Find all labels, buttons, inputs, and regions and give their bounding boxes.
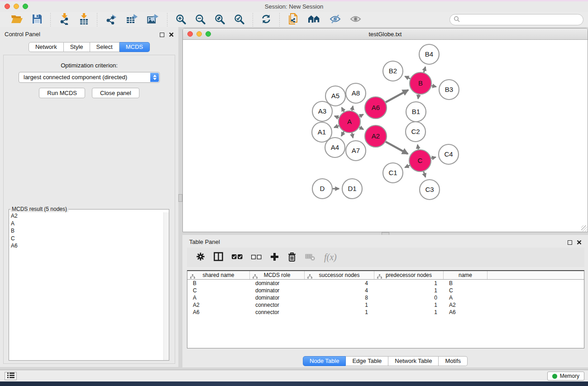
close-panel-button[interactable]: Close panel [92, 88, 139, 98]
float-table-panel-icon[interactable] [568, 240, 572, 245]
graph-node-A6[interactable]: A6 [365, 97, 387, 119]
result-scrollbar[interactable] [163, 212, 169, 360]
criterion-select[interactable]: largest connected component (directed) [19, 72, 160, 83]
graph-edge-A2-C[interactable] [386, 142, 408, 154]
graph-edge-A-A4[interactable] [341, 132, 344, 136]
mcds-result-item[interactable]: A6 [9, 242, 163, 250]
minimize-window-button[interactable] [14, 4, 19, 9]
zoom-selected-button[interactable] [229, 13, 249, 27]
mcds-result-item[interactable]: B [9, 227, 163, 235]
tab-motifs[interactable]: Motifs [439, 356, 468, 366]
zoom-window-button[interactable] [23, 4, 28, 9]
show-column-button[interactable] [214, 252, 223, 263]
close-panel-icon[interactable] [169, 31, 174, 39]
function-builder-button[interactable]: f(x) [324, 252, 337, 263]
column-header-predecessor-nodes[interactable]: predecessor nodes [374, 271, 444, 279]
graph-node-D[interactable]: D [312, 179, 332, 199]
tab-select[interactable]: Select [90, 42, 120, 52]
window-resize-grip[interactable] [581, 225, 587, 231]
open-file-button[interactable] [6, 13, 28, 27]
column-header-shared-name[interactable]: shared name [187, 271, 250, 279]
graph-edge-B-B2[interactable] [405, 76, 411, 79]
zoom-out-button[interactable] [191, 13, 210, 27]
graph-edge-A-A8[interactable] [352, 106, 353, 110]
graph-node-C3[interactable]: C3 [420, 180, 440, 200]
graph-node-B2[interactable]: B2 [383, 61, 403, 81]
delete-columns-button[interactable] [287, 252, 296, 263]
memory-button[interactable]: Memory [547, 372, 584, 381]
tab-node-table[interactable]: Node Table [303, 356, 346, 366]
graph-node-C1[interactable]: C1 [383, 163, 403, 183]
run-mcds-button[interactable]: Run MCDS [39, 88, 85, 98]
tab-network-table[interactable]: Network Table [388, 356, 439, 366]
graph-node-A8[interactable]: A8 [346, 83, 366, 103]
graph-node-A7[interactable]: A7 [346, 141, 366, 161]
graph-edge-B-B3[interactable] [431, 86, 436, 86]
close-window-button[interactable] [5, 4, 10, 9]
tab-edge-table[interactable]: Edge Table [346, 356, 388, 366]
graph-edge-B-B1[interactable] [418, 95, 419, 99]
export-table-button[interactable] [122, 13, 143, 27]
hide-graphics-details-button[interactable] [325, 13, 345, 27]
graph-edge-C-C2[interactable] [417, 145, 418, 150]
graph-edge-A-A3[interactable] [335, 116, 339, 118]
graph-node-C[interactable]: C [409, 150, 431, 172]
splitter-handle-vertical[interactable] [178, 194, 182, 202]
network-overview-button[interactable] [303, 13, 325, 27]
network-graph[interactable]: B4B2BB3A5A8A6B1A3AC2A1A2A4A7C4CC1C3DD1 [183, 40, 588, 232]
task-history-button[interactable] [5, 372, 17, 380]
float-panel-icon[interactable] [160, 33, 164, 37]
graph-edge-A-A6[interactable] [359, 114, 363, 117]
tab-style[interactable]: Style [64, 42, 90, 52]
column-header-name[interactable]: name [444, 271, 488, 279]
table-row-A[interactable]: Adominator80A [187, 294, 584, 301]
graph-edge-B-B4[interactable] [424, 67, 425, 72]
graph-edge-C-C3[interactable] [424, 172, 425, 177]
graph-node-C4[interactable]: C4 [439, 144, 459, 164]
close-table-panel-icon[interactable] [577, 238, 582, 247]
unselect-all-columns-button[interactable] [251, 252, 262, 263]
graph-node-D1[interactable]: D1 [342, 179, 362, 199]
table-row-A2[interactable]: A2connector11A2 [187, 301, 584, 309]
graph-node-A2[interactable]: A2 [365, 125, 387, 147]
table-row-B[interactable]: Bdominator41B [187, 280, 584, 287]
search-input[interactable] [460, 15, 583, 24]
graph-node-B3[interactable]: B3 [439, 80, 459, 100]
show-graphics-details-button[interactable] [345, 13, 366, 27]
export-network-button[interactable] [101, 13, 122, 27]
mcds-result-item[interactable]: A2 [9, 212, 163, 220]
create-column-button[interactable] [270, 252, 279, 263]
graph-node-A3[interactable]: A3 [312, 101, 332, 121]
save-session-button[interactable] [28, 13, 47, 27]
graph-edge-A6-B[interactable] [386, 90, 408, 102]
delete-table-button[interactable] [305, 252, 316, 263]
mcds-result-item[interactable]: C [9, 235, 163, 243]
network-minimize-button[interactable] [196, 31, 202, 37]
graph-edge-C-C1[interactable] [405, 165, 410, 167]
tab-mcds[interactable]: MCDS [120, 42, 150, 52]
graph-edge-C-C4[interactable] [431, 157, 435, 158]
table-options-button[interactable] [196, 252, 205, 263]
tab-network[interactable]: Network [29, 42, 64, 52]
export-image-button[interactable] [143, 13, 163, 27]
refresh-network-button[interactable] [257, 13, 276, 27]
network-canvas[interactable]: B4B2BB3A5A8A6B1A3AC2A1A2A4A7C4CC1C3DD1 [183, 40, 588, 232]
graph-edge-A-A1[interactable] [334, 126, 339, 128]
table-row-C[interactable]: Cdominator41C [187, 287, 584, 294]
import-table-button[interactable] [74, 13, 93, 27]
graph-node-B[interactable]: B [410, 72, 431, 94]
graph-node-A[interactable]: A [339, 111, 360, 133]
network-zoom-button[interactable] [206, 31, 211, 37]
select-all-columns-button[interactable] [232, 252, 243, 263]
graph-node-A4[interactable]: A4 [325, 138, 345, 157]
column-header-MCDS-role[interactable]: MCDS role [250, 271, 305, 279]
graph-edge-A-A7[interactable] [352, 133, 353, 138]
import-network-button[interactable] [54, 13, 74, 27]
table-row-A6[interactable]: A6connector11A6 [187, 309, 584, 316]
zoom-fit-button[interactable] [210, 13, 229, 27]
app-titlebar[interactable]: Session: New Session [0, 1, 588, 12]
mcds-result-item[interactable]: A [9, 220, 163, 228]
graph-edge-A-A2[interactable] [359, 127, 363, 129]
zoom-in-button[interactable] [171, 13, 191, 27]
graph-node-C2[interactable]: C2 [406, 122, 425, 142]
